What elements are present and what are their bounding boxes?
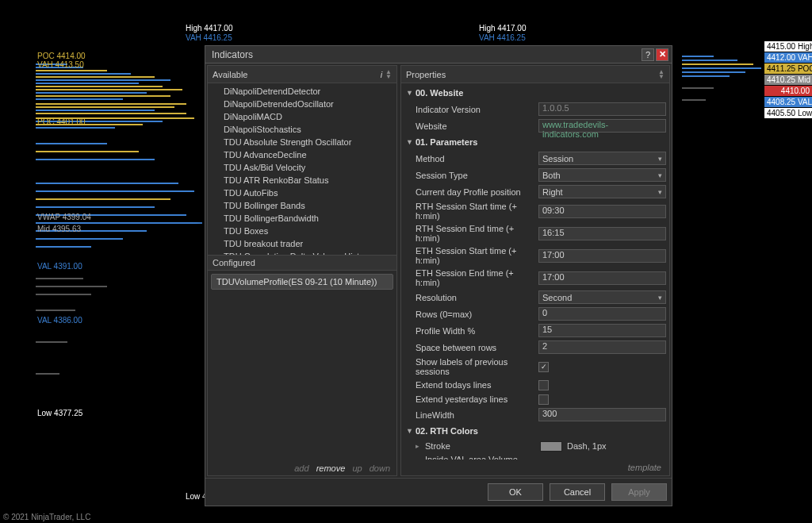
available-item[interactable]: TDU ATR RenkoBar Status — [208, 174, 396, 187]
prop-label: Indicator Version — [416, 105, 538, 114]
copyright: © 2021 NinjaTrader, LLC — [3, 513, 90, 521]
label-val: VAL 4391.00 — [37, 262, 82, 271]
price-axis: 4415.00 High4412.00 VAH4411.25 POC4410.2… — [764, 41, 812, 119]
down-link[interactable]: down — [370, 463, 390, 473]
label-poc-vah: POC 4414.00 VAH 4413.50 — [37, 52, 86, 69]
indicators-dialog: Indicators ? ✕ Available i ▲▼ DiNapoliDe… — [205, 45, 672, 506]
price-tag: 4415.00 High — [764, 41, 812, 52]
color-swatch[interactable] — [540, 441, 562, 452]
prop-label: Method — [416, 154, 538, 163]
prop-input[interactable]: 0 — [538, 307, 666, 321]
section-website[interactable]: ▼00. Website — [404, 85, 666, 101]
prop-input[interactable]: 09:30 — [538, 205, 666, 218]
available-item[interactable]: TDU Boxes — [208, 225, 396, 237]
color-desc: Dash, 1px — [567, 441, 607, 451]
section-rth-colors-title: 02. RTH Colors — [416, 426, 478, 436]
prop-label: Rows (0=max) — [416, 310, 538, 319]
available-item[interactable]: TDU Absolute Strength Oscillator — [208, 136, 396, 148]
available-item[interactable]: TDU breakout trader — [208, 237, 396, 250]
prop-checkbox[interactable]: ✓ — [538, 362, 549, 372]
available-item[interactable]: DiNapoliStochastics — [208, 123, 396, 136]
prop-input[interactable]: 300 — [538, 408, 666, 421]
remove-link[interactable]: remove — [316, 463, 346, 473]
prop-select[interactable]: Both▾ — [538, 168, 666, 182]
version-field: 1.0.0.5 — [538, 102, 666, 116]
prop-label: ETH Session Start time (+ h:min) — [416, 246, 538, 265]
label-vah-right: VAH 4416.25 — [479, 33, 526, 42]
available-item[interactable]: TDU AdvanceDecline — [208, 148, 396, 161]
properties-list[interactable]: ▼00. Website Indicator Version 1.0.0.5 W… — [401, 83, 669, 460]
info-icon[interactable]: i — [381, 70, 382, 79]
apply-button[interactable]: Apply — [611, 483, 667, 501]
price-tag: 4410.25 Mid — [764, 75, 812, 85]
prop-label: LineWidth — [416, 410, 538, 420]
price-tag: 4411.25 POC — [764, 63, 812, 74]
properties-header: Properties — [406, 70, 446, 79]
label-vwap: VWAP 4399.04 — [37, 213, 91, 221]
prop-checkbox[interactable] — [538, 394, 549, 405]
label-low: Low 4377.25 — [37, 409, 82, 417]
scroll-icon[interactable]: ▲▼ — [658, 70, 665, 79]
prop-input[interactable]: 16:15 — [538, 227, 666, 240]
section-rth-colors[interactable]: ▼02. RTH Colors — [404, 423, 666, 439]
dialog-title: Indicators — [209, 49, 640, 60]
configured-item[interactable]: TDUVolumeProfile(ES 09-21 (10 Minute)) — [211, 274, 393, 290]
label-vah: VAH 4416.25 — [186, 33, 232, 42]
price-tag: 4405.50 Low — [764, 108, 812, 118]
prop-select[interactable]: Right▾ — [538, 185, 666, 198]
available-item[interactable]: DiNapoliMACD — [208, 110, 396, 123]
prop-input[interactable]: 17:00 — [538, 271, 666, 285]
dialog-titlebar[interactable]: Indicators ? ✕ — [205, 46, 672, 63]
prop-label: RTH Session End time (+ h:min) — [416, 224, 538, 243]
prop-label: Current day Profile position — [416, 187, 538, 197]
help-button[interactable]: ? — [642, 48, 654, 61]
website-field[interactable]: www.tradedevils-indicators.com — [538, 119, 666, 133]
available-header: Available — [213, 70, 247, 79]
price-tag: 4408.25 VAL — [764, 97, 812, 107]
prop-label: Space between rows — [416, 343, 538, 352]
prop-input[interactable]: 2 — [538, 340, 666, 354]
template-link[interactable]: template — [628, 463, 661, 472]
prop-label: RTH Session Start time (+ h:min) — [416, 202, 538, 221]
prop-input[interactable]: 15 — [538, 324, 666, 337]
prop-label: Website — [416, 121, 538, 131]
prop-label: Extend yesterdays lines — [416, 394, 538, 404]
dialog-buttons: OK Cancel Apply — [205, 478, 672, 506]
prop-select[interactable]: Second▾ — [538, 290, 666, 304]
available-item[interactable]: DiNapoliDetrendDetector — [208, 85, 396, 98]
section-parameters[interactable]: ▼01. Parameters — [404, 134, 666, 150]
prop-label: Profile Width % — [416, 326, 538, 336]
prop-label: ETH Session End time (+ h:min) — [416, 268, 538, 287]
section-parameters-title: 01. Parameters — [416, 137, 477, 147]
section-website-title: 00. Website — [416, 88, 463, 98]
add-link[interactable]: add — [294, 463, 308, 473]
price-tag: 4412.00 VAH — [764, 52, 812, 63]
available-item[interactable]: TDU Ask/Bid Velocity — [208, 161, 396, 174]
color-label: Stroke — [425, 441, 540, 451]
properties-pane: Properties ▲▼ ▼00. Website Indicator Ver… — [400, 65, 670, 476]
available-list[interactable]: DiNapoliDetrendDetectorDiNapoliDetrended… — [208, 83, 396, 255]
prop-label: Session Type — [416, 171, 538, 180]
scroll-icon[interactable]: ▲▼ — [385, 70, 392, 79]
prop-select[interactable]: Session▾ — [538, 152, 666, 165]
prop-label: Extend todays lines — [416, 380, 538, 390]
cancel-button[interactable]: Cancel — [550, 483, 605, 501]
close-button[interactable]: ✕ — [656, 48, 668, 61]
available-item[interactable]: TDU BollingerBandwidth — [208, 212, 396, 225]
available-item[interactable]: TDU AutoFibs — [208, 187, 396, 199]
list-controls: add remove up down — [208, 461, 396, 475]
available-item[interactable]: TDU Bollinger Bands — [208, 199, 396, 212]
label-high: High 4417.00 — [186, 24, 233, 33]
label-val2: VAL 4386.00 — [37, 316, 82, 325]
ok-button[interactable]: OK — [488, 483, 543, 501]
prop-label: Resolution — [416, 293, 538, 302]
up-link[interactable]: up — [352, 463, 362, 473]
expand-icon[interactable]: ▸ — [416, 442, 423, 450]
prop-checkbox[interactable] — [538, 380, 549, 390]
available-item[interactable]: DiNapoliDetrendedOscillator — [208, 98, 396, 110]
available-pane: Available i ▲▼ DiNapoliDetrendDetectorDi… — [207, 65, 397, 476]
prop-label: Show labels of previous sessions — [416, 357, 538, 376]
prop-input[interactable]: 17:00 — [538, 249, 666, 263]
label-high-right: High 4417.00 — [479, 24, 527, 33]
price-tag: 4410.00 — [764, 86, 812, 96]
